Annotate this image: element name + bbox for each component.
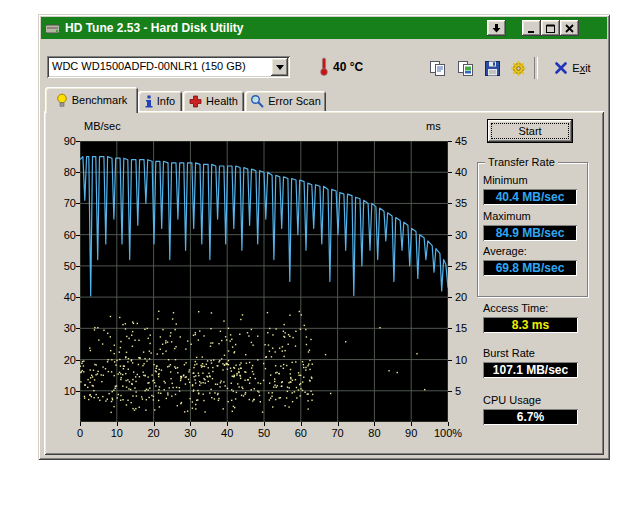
- y-axis-right-tickmark: [448, 297, 452, 298]
- x-axis-tick-label: 80: [354, 427, 394, 439]
- drive-selector[interactable]: WDC WD1500ADFD-00NLR1 (150 GB): [47, 56, 290, 78]
- y-axis-right-tick-label: 5: [455, 385, 481, 397]
- tab-error-scan[interactable]: Error Scan: [245, 91, 326, 111]
- exit-button[interactable]: Exit: [542, 56, 604, 80]
- x-axis-tick-label: 40: [207, 427, 247, 439]
- app-icon: [44, 20, 61, 37]
- drive-selector-dropdown-button[interactable]: [271, 58, 288, 76]
- drive-selector-value: WDC WD1500ADFD-00NLR1 (150 GB): [52, 60, 246, 72]
- tab-health[interactable]: Health: [183, 91, 244, 111]
- y-axis-left-tick-label: 20: [46, 354, 76, 366]
- y-axis-right-tickmark: [448, 235, 452, 236]
- y-axis-right-tick-label: 40: [455, 166, 481, 178]
- titlebar: HD Tune 2.53 - Hard Disk Utility: [41, 17, 607, 39]
- minimum-label: Minimum: [483, 174, 528, 186]
- copy-image-icon: [457, 60, 474, 77]
- y-axis-right-tick-label: 10: [455, 354, 481, 366]
- burst-rate-label: Burst Rate: [483, 347, 535, 359]
- x-axis-tick-label: 10: [97, 427, 137, 439]
- health-cross-icon: [189, 95, 202, 108]
- thermometer-icon: [319, 57, 329, 76]
- y-axis-right-tickmark: [448, 266, 452, 267]
- y-axis-left-tickmark: [76, 328, 80, 329]
- close-button[interactable]: [560, 20, 579, 36]
- y-axis-right-tickmark: [448, 328, 452, 329]
- y-axis-left-tickmark: [76, 266, 80, 267]
- maximize-icon: [546, 24, 555, 33]
- x-axis-tickmark: [411, 422, 412, 426]
- x-axis-tickmark: [154, 422, 155, 426]
- y-axis-left-tick-label: 90: [46, 135, 76, 147]
- x-axis-tickmark: [448, 422, 449, 426]
- info-icon: [145, 95, 153, 108]
- cpu-usage-value: 6.7%: [483, 409, 578, 425]
- transfer-rate-legend: Transfer Rate: [485, 156, 558, 168]
- minimize-button[interactable]: [522, 20, 541, 36]
- y-axis-right-tick-label: 35: [455, 197, 481, 209]
- save-icon: [484, 60, 501, 77]
- minimum-value: 40.4 MB/sec: [483, 189, 577, 205]
- temperature-value: 40 °C: [333, 60, 363, 74]
- maximize-button[interactable]: [541, 20, 560, 36]
- minimize-to-tray-button[interactable]: [487, 20, 506, 36]
- x-axis-tick-label: 30: [170, 427, 210, 439]
- start-button-label: Start: [518, 125, 541, 137]
- x-axis-tickmark: [264, 422, 265, 426]
- y-axis-right-tick-label: 15: [455, 322, 481, 334]
- x-axis-tickmark: [301, 422, 302, 426]
- minimize-icon: [527, 24, 536, 33]
- tab-health-label: Health: [206, 95, 238, 107]
- y-axis-right-tick-label: 45: [455, 135, 481, 147]
- save-button[interactable]: [480, 56, 505, 80]
- options-icon: [510, 60, 527, 77]
- y-axis-left-tick-label: 60: [46, 229, 76, 241]
- x-axis-tickmark: [117, 422, 118, 426]
- x-axis-tickmark: [227, 422, 228, 426]
- y-axis-left-tickmark: [76, 235, 80, 236]
- down-arrow-icon: [492, 24, 501, 33]
- tab-info-label: Info: [157, 95, 175, 107]
- y-axis-left-tick-label: 40: [46, 291, 76, 303]
- cpu-usage-label: CPU Usage: [483, 394, 541, 406]
- x-axis-tick-label: 70: [318, 427, 358, 439]
- x-axis-tickmark: [338, 422, 339, 426]
- x-axis-tick-label: 0: [60, 427, 100, 439]
- y-axis-right-tick-label: 30: [455, 229, 481, 241]
- tab-benchmark[interactable]: Benchmark: [45, 87, 138, 113]
- x-axis-tickmark: [80, 422, 81, 426]
- lightbulb-icon: [56, 93, 68, 107]
- options-button[interactable]: [506, 56, 531, 80]
- y-axis-left-tick-label: 50: [46, 260, 76, 272]
- benchmark-panel: MB/sec ms Start Transfer Rate Minimum 40…: [44, 111, 604, 455]
- copy-text-button[interactable]: [425, 56, 450, 80]
- y-axis-right-tickmark: [448, 172, 452, 173]
- maximum-value: 84.9 MB/sec: [483, 225, 577, 241]
- copy-image-button[interactable]: [453, 56, 478, 80]
- y-axis-left-tick-label: 80: [46, 166, 76, 178]
- window-title: HD Tune 2.53 - Hard Disk Utility: [65, 21, 243, 35]
- y-axis-right-tickmark: [448, 203, 452, 204]
- y-axis-left-tick-label: 70: [46, 197, 76, 209]
- app-window: HD Tune 2.53 - Hard Disk Utility WDC WD1…: [38, 14, 610, 460]
- benchmark-chart: [80, 141, 448, 422]
- y-axis-left-tickmark: [76, 203, 80, 204]
- y-axis-right-unit: ms: [426, 120, 441, 132]
- start-button[interactable]: Start: [488, 120, 572, 142]
- y-axis-left-unit: MB/sec: [84, 120, 121, 132]
- y-axis-left-tickmark: [76, 391, 80, 392]
- y-axis-right-tick-label: 25: [455, 260, 481, 272]
- tab-info[interactable]: Info: [138, 91, 182, 111]
- x-axis-tick-label: 50: [244, 427, 284, 439]
- exit-icon: [555, 62, 567, 74]
- chevron-down-icon: [276, 65, 284, 70]
- y-axis-left-tickmark: [76, 297, 80, 298]
- access-time-label: Access Time:: [483, 302, 548, 314]
- magnifier-icon: [250, 94, 264, 108]
- tab-benchmark-label: Benchmark: [72, 94, 128, 106]
- access-time-value: 8.3 ms: [483, 317, 578, 333]
- exit-label: Exit: [572, 62, 590, 74]
- y-axis-right-tickmark: [448, 391, 452, 392]
- burst-rate-value: 107.1 MB/sec: [483, 362, 578, 378]
- y-axis-left-tick-label: 10: [46, 385, 76, 397]
- tab-error-scan-label: Error Scan: [268, 95, 321, 107]
